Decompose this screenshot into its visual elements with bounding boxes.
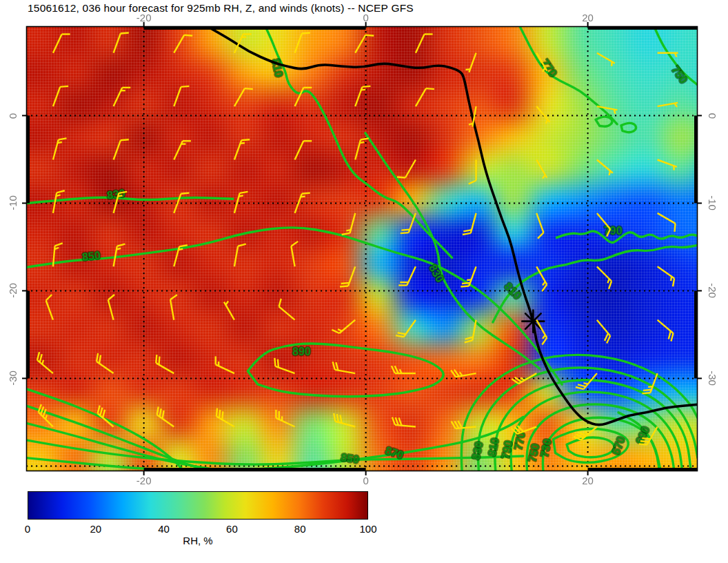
x-tick-label-bottom: -20 — [136, 475, 152, 486]
y-tick-label-left: -20 — [7, 284, 19, 299]
colorbar-tick-label: 0 — [25, 523, 30, 535]
weather-map-figure: 15061612, 036 hour forecast for 925mb RH… — [0, 0, 728, 563]
colorbar-tick-label: 40 — [158, 523, 170, 535]
map-canvas — [0, 0, 728, 483]
x-tick-label-top: -20 — [136, 12, 152, 23]
x-tick-label-top: 0 — [363, 12, 368, 23]
x-tick-label-bottom: 0 — [363, 475, 368, 486]
x-tick-label-bottom: 20 — [582, 475, 594, 486]
y-tick-label-left: 0 — [7, 112, 19, 118]
colorbar-tick-label: 60 — [226, 523, 238, 535]
colorbar-label: RH, % — [183, 535, 212, 546]
y-tick-label-left: -10 — [7, 196, 19, 211]
y-tick-label-right: -10 — [707, 196, 718, 211]
colorbar-tick-label: 100 — [359, 523, 376, 535]
y-tick-label-right: -20 — [707, 284, 718, 299]
y-tick-label-left: -30 — [7, 371, 19, 386]
y-tick-label-right: -30 — [707, 371, 718, 386]
colorbar — [28, 491, 368, 520]
colorbar-gradient — [28, 492, 367, 519]
y-tick-label-right: 0 — [707, 112, 718, 118]
colorbar-tick-label: 80 — [294, 523, 306, 535]
colorbar-tick-label: 20 — [90, 523, 101, 535]
x-tick-label-top: 20 — [582, 12, 594, 23]
